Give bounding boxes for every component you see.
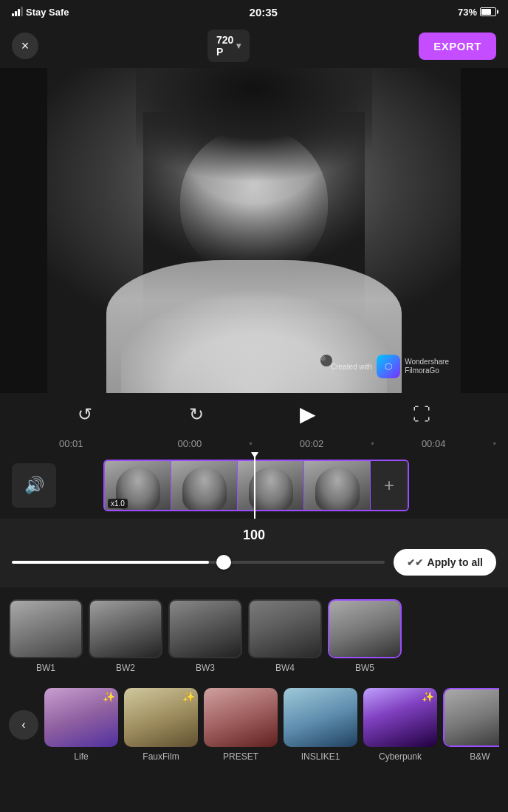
filter-label-preset: PRESET xyxy=(223,751,258,762)
filter-thumb-bw[interactable]: ✨ xyxy=(443,688,499,747)
filter-item-bw1[interactable]: BW1 xyxy=(9,599,83,673)
filter-item-life[interactable]: ✨ Life xyxy=(44,688,118,762)
filter-item-bw5[interactable]: BW5 xyxy=(328,599,402,673)
filter-label-bw: B&W xyxy=(470,751,490,762)
fullscreen-button[interactable]: ⛶ xyxy=(413,404,430,425)
filter-label-bw4: BW4 xyxy=(275,663,295,673)
filter-thumb-bw5[interactable] xyxy=(328,599,402,658)
filter-thumb-fauxfilm[interactable]: ✨ xyxy=(124,688,198,747)
filter-thumb-cyberpunk[interactable]: ✨ xyxy=(363,688,437,747)
quality-label: 720P xyxy=(216,34,233,58)
filter-item-bw2[interactable]: BW2 xyxy=(89,599,162,673)
back-button[interactable]: ‹ xyxy=(9,710,38,740)
filter-label-fauxfilm: FauxFilm xyxy=(143,751,179,762)
intensity-panel: 100 ✔✔ Apply to all xyxy=(0,519,508,587)
chevron-down-icon: ▾ xyxy=(236,41,241,51)
strip-frame-3 xyxy=(238,460,304,511)
playhead xyxy=(254,452,255,519)
apply-all-label: Apply to all xyxy=(428,556,483,568)
sparkle-icon-faux: ✨ xyxy=(182,691,195,703)
close-button[interactable]: × xyxy=(12,33,38,59)
ruler-mark-2: 00:02 xyxy=(253,438,371,449)
filter-label-bw3: BW3 xyxy=(196,663,215,673)
battery-percent: 73% xyxy=(458,7,477,18)
filter-thumb-bw1[interactable] xyxy=(9,599,83,658)
strip-frame-4 xyxy=(304,460,371,511)
filter-thumb-bw4[interactable] xyxy=(248,599,322,658)
export-button[interactable]: EXPORT xyxy=(419,33,496,60)
audio-track-icon: 🔊 xyxy=(12,463,56,508)
signal-icon xyxy=(12,7,23,16)
filter-item-cyberpunk[interactable]: ✨ Cyberpunk xyxy=(363,688,437,762)
speaker-icon: 🔊 xyxy=(24,476,44,495)
carrier-label: Stay Safe xyxy=(26,7,69,18)
intensity-slider-row: ✔✔ Apply to all xyxy=(12,549,496,576)
filter-section: BW1 BW2 BW3 BW4 BW5 xyxy=(0,587,508,777)
playback-controls: ↺ ↻ ▶ ⛶ xyxy=(0,393,508,435)
filter-thumb-bw2[interactable] xyxy=(89,599,162,658)
watermark-text: Created with xyxy=(331,363,372,371)
filter-label-cyberpunk: Cyberpunk xyxy=(379,751,422,762)
status-left: Stay Safe xyxy=(12,7,69,18)
sparkle-icon: ✨ xyxy=(103,691,115,703)
filter-thumb-life[interactable]: ✨ xyxy=(44,688,118,747)
intensity-value: 100 xyxy=(12,528,496,543)
filter-item-bw3[interactable]: BW3 xyxy=(168,599,242,673)
filter-label-bw5: BW5 xyxy=(355,663,374,673)
speed-badge: x1.0 xyxy=(108,499,128,508)
status-bar: Stay Safe 20:35 73% xyxy=(0,0,508,24)
strip-frame-1: x1.0 xyxy=(105,460,171,511)
undo-button[interactable]: ↺ xyxy=(78,404,92,425)
filter-label-inslike1: INSLIKE1 xyxy=(301,751,340,762)
watermark: ⊗ Created with ⬡ WondershareFilmoraGo xyxy=(315,355,449,378)
slider-thumb[interactable] xyxy=(216,555,231,570)
filmora-name: WondershareFilmoraGo xyxy=(405,358,449,375)
filter-item-inslike1[interactable]: INSLIKE1 xyxy=(284,688,357,762)
ruler-mark-0: 00:01 xyxy=(12,438,131,449)
apply-to-all-button[interactable]: ✔✔ Apply to all xyxy=(394,549,496,576)
filter-thumb-bw3[interactable] xyxy=(168,599,242,658)
add-clip-button[interactable]: + xyxy=(371,460,408,511)
ruler-mark-1: 00:00 xyxy=(131,438,250,449)
filter-label-bw2: BW2 xyxy=(116,663,135,673)
filter-label-bw1: BW1 xyxy=(36,663,55,673)
quality-selector[interactable]: 720P ▾ xyxy=(207,30,250,62)
strip-frame-2 xyxy=(171,460,238,511)
filter-item-bw4[interactable]: BW4 xyxy=(248,599,322,673)
apply-check-icon: ✔✔ xyxy=(407,557,423,568)
ruler-dot-3: • xyxy=(492,438,496,449)
filter-label-life: Life xyxy=(74,751,88,762)
video-strip[interactable]: x1.0 + xyxy=(103,460,409,511)
intensity-slider[interactable] xyxy=(12,561,385,564)
status-right: 73% xyxy=(458,7,496,18)
filter-row-1: BW1 BW2 BW3 BW4 BW5 xyxy=(9,599,499,679)
top-toolbar: × 720P ▾ EXPORT xyxy=(0,24,508,68)
filter-item-bw[interactable]: ✨ B&W xyxy=(443,688,499,762)
filmora-logo-icon: ⬡ xyxy=(377,355,400,378)
filter-thumb-preset[interactable] xyxy=(204,688,278,747)
ruler-mark-3: 00:04 xyxy=(374,438,493,449)
filter-row-2: ‹ ✨ Life ✨ FauxFilm PRESET IN xyxy=(9,688,499,765)
timeline-area: 🔊 x1.0 + xyxy=(0,452,508,519)
redo-button[interactable]: ↻ xyxy=(189,404,204,425)
filter-thumb-inslike1[interactable] xyxy=(284,688,357,747)
sparkle-icon-cyber: ✨ xyxy=(422,691,434,703)
filter-item-preset[interactable]: PRESET xyxy=(204,688,278,762)
battery-icon xyxy=(480,7,496,16)
filter-item-fauxfilm[interactable]: ✨ FauxFilm xyxy=(124,688,198,762)
video-frame: ⊗ Created with ⬡ WondershareFilmoraGo xyxy=(47,68,461,393)
video-preview: ⊗ Created with ⬡ WondershareFilmoraGo xyxy=(0,68,508,393)
slider-fill xyxy=(12,561,209,564)
play-button[interactable]: ▶ xyxy=(300,402,316,426)
timeline-ruler: 00:01 00:00 • 00:02 • 00:04 • xyxy=(0,435,508,452)
time-label: 20:35 xyxy=(250,6,278,18)
